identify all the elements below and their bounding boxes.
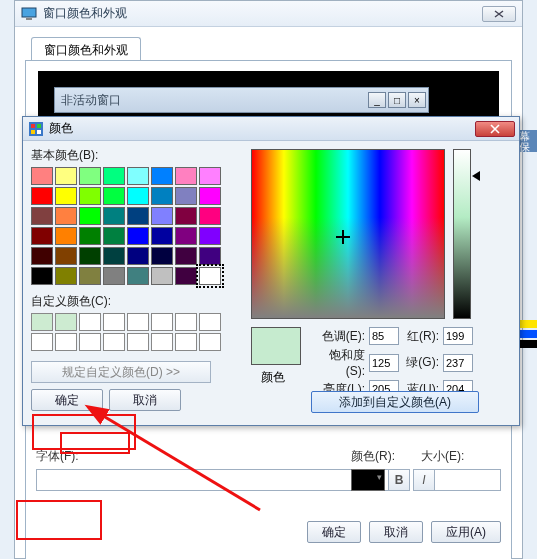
define-custom-button[interactable]: 规定自定义颜色(D) >> bbox=[31, 361, 211, 383]
basic-color-swatch[interactable] bbox=[175, 167, 197, 185]
svg-rect-0 bbox=[22, 8, 36, 17]
basic-color-swatch[interactable] bbox=[55, 267, 77, 285]
italic-button[interactable]: I bbox=[413, 469, 435, 491]
dialog-buttons: 确定 取消 应用(A) bbox=[307, 521, 501, 543]
maximize-icon: □ bbox=[388, 92, 406, 108]
basic-color-swatch[interactable] bbox=[127, 207, 149, 225]
basic-color-swatch[interactable] bbox=[55, 247, 77, 265]
basic-color-swatch[interactable] bbox=[103, 247, 125, 265]
basic-color-swatch[interactable] bbox=[55, 227, 77, 245]
custom-color-swatch[interactable] bbox=[79, 313, 101, 331]
color-gradient[interactable] bbox=[251, 149, 445, 319]
basic-color-swatch[interactable] bbox=[79, 267, 101, 285]
basic-color-swatch[interactable] bbox=[175, 267, 197, 285]
basic-color-swatch[interactable] bbox=[79, 207, 101, 225]
tab-appearance[interactable]: 窗口颜色和外观 bbox=[31, 37, 141, 61]
basic-color-swatch[interactable] bbox=[103, 167, 125, 185]
basic-color-swatch[interactable] bbox=[127, 167, 149, 185]
basic-color-swatch[interactable] bbox=[103, 207, 125, 225]
custom-color-swatch[interactable] bbox=[127, 313, 149, 331]
color-titlebar: 颜色 bbox=[23, 117, 519, 141]
svg-rect-3 bbox=[31, 124, 35, 128]
add-custom-button[interactable]: 添加到自定义颜色(A) bbox=[311, 391, 479, 413]
basic-color-swatch[interactable] bbox=[127, 267, 149, 285]
basic-color-swatch[interactable] bbox=[31, 247, 53, 265]
basic-color-swatch[interactable] bbox=[79, 167, 101, 185]
basic-color-swatch[interactable] bbox=[127, 247, 149, 265]
color-cancel-button[interactable]: 取消 bbox=[109, 389, 181, 411]
color-preview-swatch bbox=[251, 327, 301, 365]
basic-color-swatch[interactable] bbox=[127, 227, 149, 245]
font-select[interactable] bbox=[36, 469, 403, 491]
ok-button[interactable]: 确定 bbox=[307, 521, 361, 543]
custom-color-swatch[interactable] bbox=[151, 313, 173, 331]
custom-color-swatch[interactable] bbox=[175, 313, 197, 331]
basic-color-swatch[interactable] bbox=[31, 227, 53, 245]
basic-color-swatch[interactable] bbox=[55, 167, 77, 185]
svg-rect-5 bbox=[31, 130, 35, 134]
basic-color-swatch[interactable] bbox=[151, 227, 173, 245]
cancel-button[interactable]: 取消 bbox=[369, 521, 423, 543]
hue-input[interactable] bbox=[369, 327, 399, 345]
color-preview-label: 颜色 bbox=[261, 369, 285, 386]
sat-label: 饱和度(S): bbox=[311, 347, 369, 378]
custom-color-swatch[interactable] bbox=[55, 333, 77, 351]
color-close-button[interactable] bbox=[475, 121, 515, 137]
basic-color-swatch[interactable] bbox=[175, 247, 197, 265]
custom-color-swatch[interactable] bbox=[55, 313, 77, 331]
basic-color-swatch[interactable] bbox=[127, 187, 149, 205]
bold-button[interactable]: B bbox=[388, 469, 410, 491]
basic-color-swatch[interactable] bbox=[175, 207, 197, 225]
basic-color-swatch[interactable] bbox=[31, 207, 53, 225]
green-input[interactable] bbox=[443, 354, 473, 372]
custom-color-swatch[interactable] bbox=[31, 333, 53, 351]
basic-color-swatch[interactable] bbox=[103, 227, 125, 245]
color-ok-button[interactable]: 确定 bbox=[31, 389, 103, 411]
custom-color-swatch[interactable] bbox=[199, 333, 221, 351]
basic-color-swatch[interactable] bbox=[151, 187, 173, 205]
custom-color-swatch[interactable] bbox=[199, 313, 221, 331]
close-button[interactable] bbox=[482, 6, 516, 22]
custom-color-grid bbox=[31, 313, 241, 351]
custom-color-swatch[interactable] bbox=[175, 333, 197, 351]
basic-color-swatch[interactable] bbox=[151, 267, 173, 285]
minimize-icon: _ bbox=[368, 92, 386, 108]
basic-color-swatch[interactable] bbox=[199, 187, 221, 205]
basic-color-swatch[interactable] bbox=[151, 247, 173, 265]
luminance-bar[interactable] bbox=[453, 149, 471, 319]
apply-button[interactable]: 应用(A) bbox=[431, 521, 501, 543]
basic-color-swatch[interactable] bbox=[31, 187, 53, 205]
red-label: 红(R): bbox=[399, 328, 443, 345]
basic-color-swatch[interactable] bbox=[199, 167, 221, 185]
basic-color-swatch[interactable] bbox=[31, 167, 53, 185]
basic-color-swatch[interactable] bbox=[199, 247, 221, 265]
color-right-panel: 颜色 色调(E): 红(R): 饱和度(S): 绿(G): 亮度(L): bbox=[251, 147, 511, 419]
basic-color-swatch[interactable] bbox=[175, 227, 197, 245]
basic-color-grid bbox=[31, 167, 241, 285]
side-hint: 幕保 bbox=[517, 130, 537, 152]
basic-color-swatch[interactable] bbox=[199, 207, 221, 225]
basic-color-swatch[interactable] bbox=[79, 247, 101, 265]
basic-color-swatch[interactable] bbox=[151, 207, 173, 225]
custom-color-swatch[interactable] bbox=[151, 333, 173, 351]
basic-color-swatch[interactable] bbox=[79, 227, 101, 245]
custom-color-swatch[interactable] bbox=[103, 333, 125, 351]
basic-color-swatch[interactable] bbox=[103, 267, 125, 285]
basic-color-swatch[interactable] bbox=[31, 267, 53, 285]
basic-color-swatch[interactable] bbox=[55, 187, 77, 205]
sat-input[interactable] bbox=[369, 354, 399, 372]
basic-color-swatch[interactable] bbox=[175, 187, 197, 205]
custom-color-swatch[interactable] bbox=[79, 333, 101, 351]
basic-color-swatch[interactable] bbox=[55, 207, 77, 225]
custom-color-swatch[interactable] bbox=[31, 313, 53, 331]
basic-color-swatch[interactable] bbox=[79, 187, 101, 205]
basic-color-swatch[interactable] bbox=[199, 227, 221, 245]
custom-color-swatch[interactable] bbox=[127, 333, 149, 351]
basic-color-swatch[interactable] bbox=[199, 267, 221, 285]
color-dialog: 颜色 基本颜色(B): 自定义颜色(C): 规定自定义颜色(D) >> 确定 取… bbox=[22, 116, 520, 426]
custom-color-swatch[interactable] bbox=[103, 313, 125, 331]
basic-color-swatch[interactable] bbox=[103, 187, 125, 205]
basic-color-swatch[interactable] bbox=[151, 167, 173, 185]
color-dropdown[interactable] bbox=[351, 469, 385, 491]
red-input[interactable] bbox=[443, 327, 473, 345]
